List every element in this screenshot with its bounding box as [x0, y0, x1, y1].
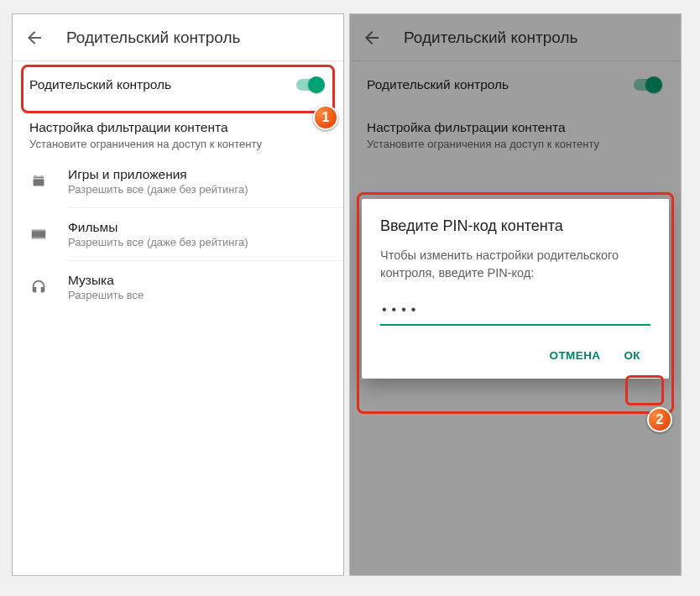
item-sub: Разрешить все — [68, 289, 144, 301]
cancel-button[interactable]: ОТМЕНА — [540, 341, 611, 370]
dialog-actions: ОТМЕНА ОК — [380, 341, 650, 370]
svg-rect-5 — [32, 229, 46, 231]
screen-left: Родительский контроль Родительский контр… — [12, 13, 344, 576]
parental-control-switch[interactable] — [296, 76, 326, 93]
svg-rect-1 — [34, 176, 44, 178]
svg-point-3 — [41, 175, 42, 175]
item-sub: Разрешить все (даже без рейтинга) — [68, 236, 248, 248]
page-title: Родительский контроль — [66, 29, 240, 47]
item-title: Музыка — [68, 273, 144, 288]
item-title: Игры и приложения — [68, 167, 248, 182]
list-item-games[interactable]: Игры и приложения Разрешить все (даже бе… — [13, 155, 343, 207]
item-sub: Разрешить все (даже без рейтинга) — [68, 183, 248, 196]
headphones-icon — [29, 278, 48, 296]
svg-rect-6 — [32, 237, 46, 238]
appbar: Родительский контроль — [13, 14, 343, 61]
section-sub: Установите ограничения на доступ к конте… — [29, 137, 326, 152]
section-heading: Настройка фильтрации контента — [29, 120, 326, 135]
step-badge-1: 1 — [313, 105, 338, 130]
svg-rect-0 — [34, 179, 44, 186]
film-icon — [29, 225, 48, 243]
android-icon — [29, 172, 48, 191]
svg-point-2 — [35, 175, 36, 175]
screen-right: Родительский контроль Родительский контр… — [349, 13, 682, 576]
toggle-label: Родительский контроль — [29, 77, 171, 92]
dialog-title: Введите PIN-код контента — [380, 217, 650, 235]
pin-input[interactable] — [380, 297, 650, 326]
parental-control-toggle-row[interactable]: Родительский контроль — [13, 61, 343, 108]
step-badge-2: 2 — [647, 407, 672, 432]
item-title: Фильмы — [68, 220, 248, 235]
list-item-music[interactable]: Музыка Разрешить все — [13, 261, 343, 313]
dialog-body: Чтобы изменить настройки родительского к… — [380, 247, 650, 282]
pin-dialog: Введите PIN-код контента Чтобы изменить … — [362, 199, 669, 379]
list-item-movies[interactable]: Фильмы Разрешить все (даже без рейтинга) — [13, 208, 343, 260]
filter-section: Настройка фильтрации контента Установите… — [13, 108, 343, 155]
ok-button[interactable]: ОК — [614, 341, 650, 370]
back-arrow-icon[interactable] — [24, 28, 44, 48]
